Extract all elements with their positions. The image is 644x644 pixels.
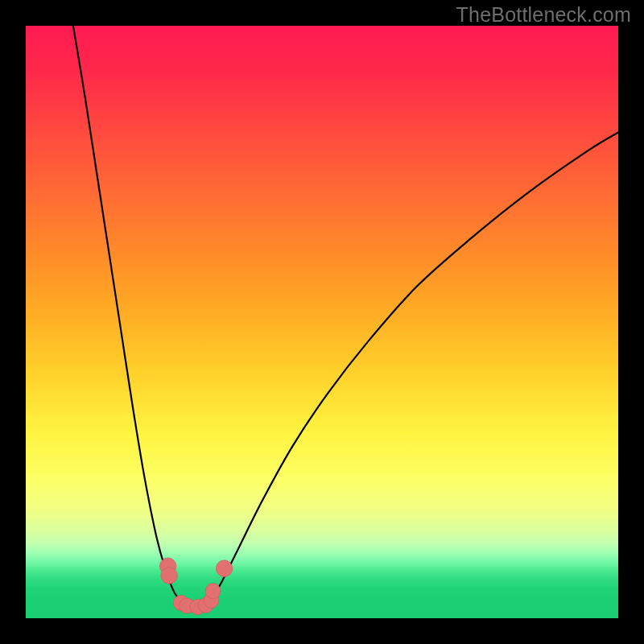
curve-group bbox=[73, 26, 618, 607]
curve-right-curve bbox=[209, 132, 618, 603]
chart-frame: TheBottleneck.com bbox=[0, 0, 644, 644]
data-marker bbox=[161, 568, 178, 584]
plot-area bbox=[26, 26, 618, 618]
data-marker bbox=[205, 584, 221, 599]
curve-layer bbox=[26, 26, 618, 618]
curve-left-curve bbox=[73, 26, 183, 604]
data-marker bbox=[216, 560, 233, 577]
watermark-text: TheBottleneck.com bbox=[456, 3, 631, 27]
